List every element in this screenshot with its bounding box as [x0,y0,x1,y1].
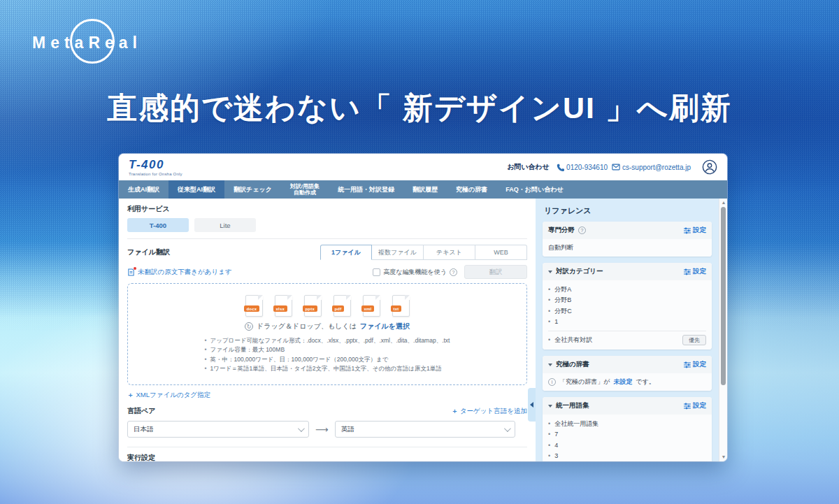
tune-icon [684,361,691,368]
tab-text[interactable]: テキスト [424,245,475,260]
phone-icon [557,164,564,171]
scroll-up-icon[interactable]: ▲ [719,199,727,206]
glossary-card: 統一用語集 設定 全社統一用語集 7 4 3 1 個人統一用語集 [543,397,712,461]
glossary-item: 7 [548,429,706,440]
caret-down-icon[interactable] [548,271,552,273]
app-topbar: T-400 Translation for Onsha Only お問い合わせ … [119,154,727,180]
file-select-link[interactable]: ファイルを選択 [360,322,410,331]
glossary-list: 全社統一用語集 7 4 3 1 個人統一用語集 グループ統一用語 [548,419,706,461]
priority-badge[interactable]: 優先 [682,335,706,345]
draft-document-icon [127,268,135,276]
add-target-language-link[interactable]: ＋ ターゲット言語を追加 [452,407,527,416]
source-language-select[interactable]: 日本語 [127,421,309,438]
main-nav: 生成AI翻訳 従来型AI翻訳 翻訳チェック 対訳/用語集 自動作成 統一用語・対… [119,180,727,199]
category-item: 分野B [548,295,706,305]
draft-link[interactable]: 未翻訳の原文下書きがあります [127,268,232,277]
docx-file-icon: docx [245,295,263,317]
service-option-lite[interactable]: Lite [194,218,256,232]
dictionary-status: i 「究極の辞書」が未設定です。 [548,377,706,387]
sidebar-collapse-handle[interactable] [528,388,536,422]
service-toggle: T-400 Lite [127,218,527,232]
upload-note: アップロード可能なファイル形式：.docx、.xlsx、.pptx、.pdf、.… [205,336,450,345]
user-avatar-icon[interactable] [702,159,717,175]
glossary-setting-link[interactable]: 設定 [684,401,706,410]
advanced-edit-label: 高度な編集機能を使う [383,268,447,277]
tune-icon [684,227,691,234]
tab-multi-file[interactable]: 複数ファイル [372,245,424,260]
glossary-item: 全社統一用語集 [548,419,706,429]
upload-note: ファイル容量：最大 100MB [205,345,450,354]
pdf-file-icon: pdf [334,295,351,317]
phone-link[interactable]: 0120-934610 [557,164,608,171]
glossary-item: 3 [548,451,706,461]
window-scrollbar[interactable]: ▲ ▼ [719,199,727,461]
reference-sidebar: リファレンス 専門分野 ? 設定 自動判断 対訳カテゴリー [536,199,719,461]
help-icon[interactable]: ? [578,226,586,234]
caret-down-icon[interactable] [548,363,552,366]
main-content: 利用サービス T-400 Lite ファイル翻訳 1ファイル 複数ファイル テキ… [119,199,536,461]
nav-auto-glossary[interactable]: 対訳/用語集 自動作成 [281,180,329,199]
speciality-card: 専門分野 ? 設定 自動判断 [543,222,712,257]
notification-dot [134,267,136,270]
scrollbar-thumb[interactable] [721,207,726,385]
file-dropzone[interactable]: docx xlsx pptx pdf xml txt ↻ ドラッグ＆ドロップ、も… [127,283,527,385]
collapse-left-icon [530,402,533,408]
advanced-edit-checkbox[interactable] [373,268,380,276]
tab-web[interactable]: WEB [475,245,527,260]
category-setting-link[interactable]: 設定 [684,267,706,276]
glossary-title: 統一用語集 [556,401,589,410]
dictionary-card: 究極の辞書 設定 i 「究極の辞書」が未設定です。 [543,356,712,391]
mail-icon [612,164,620,171]
translate-button[interactable]: 翻訳 [464,265,527,279]
chevron-down-icon [298,425,305,432]
glossary-item: 4 [548,440,706,451]
metareal-logo: MetaReal [32,34,142,52]
category-title: 対訳カテゴリー [556,267,603,276]
email-link[interactable]: cs-support@rozetta.jp [612,164,691,171]
pptx-file-icon: pptx [304,295,322,317]
category-card: 対訳カテゴリー 設定 分野A 分野B 分野C 1 [543,263,712,350]
xlsx-file-icon: xlsx [275,295,292,317]
logo-ring-icon [70,19,115,64]
xml-file-icon: xml [363,295,380,317]
category-list: 分野A 分野B 分野C 1 [548,285,706,327]
speciality-value: 自動判断 [543,239,712,257]
file-translation-title: ファイル翻訳 [127,247,320,260]
nav-term-registration[interactable]: 統一用語・対訳登録 [329,180,403,199]
service-option-t400[interactable]: T-400 [127,218,189,232]
upload-note: 1ワード＝英語1単語、日本語・タイ語2文字、中国語1文字、その他の言語は原文1単… [205,364,450,373]
help-icon[interactable]: ? [450,268,457,276]
tune-icon [684,268,691,275]
nav-history[interactable]: 翻訳履歴 [403,180,447,199]
nav-faq[interactable]: FAQ・お問い合わせ [496,180,572,199]
nav-ultimate-dictionary[interactable]: 究極の辞書 [447,180,496,199]
tab-single-file[interactable]: 1ファイル [320,245,372,260]
divider [548,331,706,331]
dictionary-setting-link[interactable]: 設定 [684,360,706,369]
page-headline: 直感的で迷わない「 新デザインUI 」へ刷新 [0,88,839,129]
divider [127,238,527,239]
shared-translation-label: 全社共有対訳 [548,336,592,345]
target-language-select[interactable]: 英語 [335,421,515,438]
dictionary-title: 究極の辞書 [556,360,589,369]
upload-note: 英・中：100,000ワード、日：100,000ワード（200,000文字）まで [205,355,450,364]
t400-logo[interactable]: T-400 Translation for Onsha Only [129,159,182,176]
divider [127,447,527,447]
plus-icon: ＋ [452,407,460,415]
nav-conventional-ai[interactable]: 従来型AI翻訳 [168,180,224,199]
upload-icon: ↻ [245,322,253,331]
scroll-down-icon[interactable]: ▼ [719,454,727,461]
category-item: 分野C [548,306,706,317]
nav-translation-check[interactable]: 翻訳チェック [224,180,281,199]
nav-generative-ai[interactable]: 生成AI翻訳 [119,180,168,199]
xml-tag-link[interactable]: ＋ XMLファイルのタグ指定 [127,391,210,400]
txt-file-icon: txt [392,295,410,317]
category-item: 1 [548,317,706,327]
caret-down-icon[interactable] [548,405,552,408]
chevron-down-icon [504,425,511,432]
upload-notes: アップロード可能なファイル形式：.docx、.xlsx、.pptx、.pdf、.… [205,336,450,373]
advanced-edit-checkbox-row: 高度な編集機能を使う ? [373,268,457,277]
info-icon: i [548,378,556,386]
service-section-label: 利用サービス [127,204,527,214]
speciality-setting-link[interactable]: 設定 [684,226,706,235]
